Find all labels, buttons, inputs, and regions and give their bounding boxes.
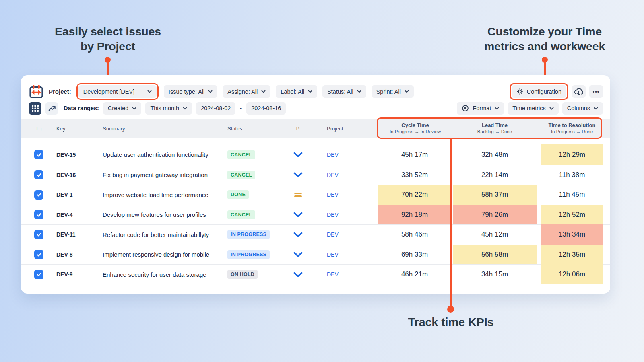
chevron-down-icon <box>405 90 409 93</box>
calendar-logo-icon <box>29 84 43 99</box>
status-badge: IN PROGRESS <box>227 250 270 259</box>
filter-status[interactable]: Status: All <box>322 85 366 98</box>
cycle-time-cell: 58h 46m <box>378 225 453 245</box>
status-badge: CANCEL <box>227 210 255 219</box>
priority-low-icon <box>293 152 303 157</box>
row-checkbox[interactable] <box>34 150 43 159</box>
priority-low-icon <box>293 212 303 217</box>
annotation-line: metrics and workweek <box>464 39 625 54</box>
priority-low-icon <box>293 272 303 277</box>
chevron-down-icon <box>495 107 499 110</box>
col-header-priority[interactable]: P <box>279 125 317 132</box>
row-checkbox[interactable] <box>34 170 43 179</box>
time-to-resolution-cell: 12h 29m <box>541 145 603 165</box>
row-checkbox[interactable] <box>34 190 43 200</box>
row-checkbox[interactable] <box>34 210 43 219</box>
status-badge: DONE <box>227 190 249 199</box>
table-header: T ↑ Key Summary Status P Project Cycle T… <box>21 119 610 138</box>
time-to-resolution-cell: 12h 06m <box>541 265 603 284</box>
toolbar-ranges: Data ranges: Created This month 2024-08-… <box>21 101 610 115</box>
app-window: Project: Development [DEV] Issue type: A… <box>21 75 610 294</box>
time-metrics-button[interactable]: Time metrics <box>508 102 558 115</box>
more-button[interactable]: ••• <box>589 85 603 98</box>
issue-key[interactable]: DEV-9 <box>56 265 103 284</box>
project-link[interactable]: DEV <box>327 251 339 258</box>
priority-cell <box>279 245 317 265</box>
table-row: DEV-8 Implement responsive design for mo… <box>21 245 610 265</box>
project-link[interactable]: DEV <box>327 212 339 218</box>
lead-time-cell: 34h 15m <box>453 265 537 284</box>
chevron-down-icon <box>308 90 312 93</box>
chart-view-button[interactable] <box>45 102 58 115</box>
time-to-resolution-cell: 12h 35m <box>541 245 603 265</box>
project-link[interactable]: DEV <box>327 231 339 238</box>
filter-label[interactable]: Label: All <box>276 85 317 98</box>
toolbar-filters: Project: Development [DEV] Issue type: A… <box>21 83 610 100</box>
filter-sprint[interactable]: Sprint: All <box>372 85 414 98</box>
issue-key[interactable]: DEV-4 <box>56 205 103 225</box>
annotation-line: by Project <box>27 39 188 54</box>
col-header-type[interactable]: T ↑ <box>21 125 56 132</box>
filter-issue-type[interactable]: Issue type: All <box>164 85 217 98</box>
chevron-down-icon <box>208 90 213 93</box>
toolbar-actions: Configuration ••• <box>510 83 603 100</box>
cycle-time-cell: 33h 52m <box>378 165 453 185</box>
col-header-lead-time[interactable]: Lead Time Backlog → Done <box>453 122 537 135</box>
priority-low-icon <box>293 232 303 237</box>
lead-time-cell: 79h 26m <box>453 205 537 225</box>
issue-key[interactable]: DEV-15 <box>56 145 103 165</box>
filter-assignee[interactable]: Assigne: All <box>223 85 270 98</box>
row-checkbox[interactable] <box>34 250 43 259</box>
col-header-key[interactable]: Key <box>56 125 103 132</box>
project-link[interactable]: DEV <box>327 172 339 178</box>
configuration-button[interactable]: Configuration <box>512 85 566 98</box>
project-link[interactable]: DEV <box>327 191 339 198</box>
lead-time-cell: 58h 37m <box>453 185 537 205</box>
priority-cell <box>279 225 317 245</box>
time-to-resolution-cell: 11h 38m <box>541 165 603 185</box>
priority-cell <box>279 165 317 185</box>
col-header-time-to-resolution[interactable]: Time to Resolution In Progress → Done <box>541 122 603 135</box>
date-to-input[interactable]: 2024-08-16 <box>246 102 286 115</box>
issue-key[interactable]: DEV-1 <box>56 185 103 205</box>
chevron-down-icon <box>549 107 554 110</box>
col-header-cycle-time[interactable]: Cycle Time In Progress → In Review <box>378 122 453 135</box>
check-icon <box>36 152 42 158</box>
grid-view-button[interactable] <box>29 102 41 115</box>
columns-button[interactable]: Columns <box>562 102 603 115</box>
kpi-pointer-line <box>450 138 452 309</box>
project-select[interactable]: Development [DEV] <box>78 85 157 98</box>
cycle-time-cell: 69h 33m <box>378 245 453 265</box>
project-link[interactable]: DEV <box>327 271 339 278</box>
export-button[interactable] <box>572 85 586 98</box>
priority-medium-icon <box>294 193 302 197</box>
range-field-select[interactable]: Created <box>103 102 142 115</box>
check-icon <box>36 192 42 197</box>
col-header-summary[interactable]: Summary <box>103 125 227 132</box>
kpi-pointer-dot <box>447 306 454 313</box>
table-row: DEV-15 Update user authentication functi… <box>21 145 610 165</box>
annotation-customize-metrics: Customize your Time metrics and workweek <box>464 24 625 54</box>
annotation-line: Easily select issues <box>27 24 188 39</box>
table-row: DEV-9 Enhance security for user data sto… <box>21 264 610 284</box>
format-button[interactable]: Format <box>457 102 504 115</box>
issue-key[interactable]: DEV-11 <box>56 225 103 245</box>
range-period-select[interactable]: This month <box>145 102 192 115</box>
time-to-resolution-cell: 13h 34m <box>541 225 603 245</box>
format-visibility-icon <box>462 105 469 112</box>
issue-key[interactable]: DEV-16 <box>56 165 103 185</box>
project-link[interactable]: DEV <box>327 152 339 158</box>
cycle-time-cell: 70h 22m <box>378 185 453 205</box>
issue-summary: Develop mew features for user profiles <box>103 205 227 225</box>
annotation-select-by-project: Easily select issues by Project <box>27 24 188 54</box>
issue-key[interactable]: DEV-8 <box>56 245 103 265</box>
priority-cell <box>279 185 317 205</box>
date-from-input[interactable]: 2024-08-02 <box>196 102 235 115</box>
col-header-project[interactable]: Project <box>317 125 378 132</box>
table-body: DEV-15 Update user authentication functi… <box>21 145 610 284</box>
col-header-status[interactable]: Status <box>227 125 279 132</box>
check-icon <box>36 212 42 218</box>
row-checkbox[interactable] <box>34 230 43 239</box>
status-badge: ON HOLD <box>227 270 258 279</box>
row-checkbox[interactable] <box>34 270 43 279</box>
